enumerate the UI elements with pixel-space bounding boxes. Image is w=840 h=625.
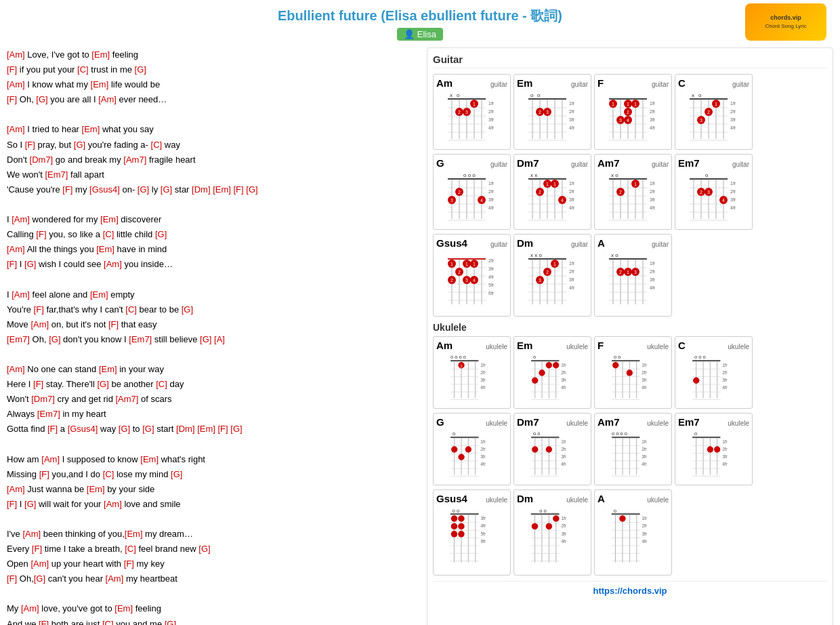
chord-diagram-am-ukulele: o o o o 1fr 2fr 3fr 4fr [436,352,497,403]
svg-text:3fr: 3fr [488,197,495,202]
svg-text:3fr: 3fr [730,117,736,122]
chord-name: Gsus4 [436,493,467,504]
svg-text:3fr: 3fr [561,378,566,382]
svg-text:2fr: 2fr [480,447,486,451]
svg-text:6fr: 6fr [480,539,486,544]
page-header: Ebullient future (Elisa ebullient future… [0,0,840,44]
svg-text:4fr: 4fr [650,285,656,290]
svg-text:4fr: 4fr [488,125,495,130]
lyric-line: Every [F] time I take a breath, [C] feel… [7,542,420,557]
svg-text:3fr: 3fr [642,378,647,382]
svg-text:3: 3 [707,190,710,195]
chord-type: ukulele [486,420,507,427]
lyric-line: [F] Oh,[G] can't you hear [Am] my heartb… [7,571,420,586]
svg-text:2fr: 2fr [488,258,495,263]
chord-card-c-ukulele: C ukulele o o o 1fr 2 [675,336,753,409]
chord-card-c-guitar: C guitar x o [675,74,753,150]
svg-text:2fr: 2fr [650,189,656,194]
svg-text:4fr: 4fr [730,205,736,210]
svg-text:1fr: 1fr [722,439,728,444]
svg-point-321 [612,362,618,368]
svg-text:1fr: 1fr [480,363,486,367]
svg-text:2: 2 [458,270,461,275]
svg-text:3fr: 3fr [650,117,656,122]
lyric-line: Missing [F] you,and I do [C] lose my min… [7,467,420,482]
chord-diagram-em-guitar: o o 1fr 2fr 3fr 4f [517,90,585,144]
chord-diagram-c-ukulele: o o o 1fr 2fr 3fr 4fr [678,352,739,403]
svg-text:2fr: 2fr [730,189,736,194]
svg-text:4fr: 4fr [480,462,486,466]
lyric-line: I [Am] wondered for my [Em] discoverer [7,212,420,227]
svg-rect-46 [609,98,647,100]
svg-text:2fr: 2fr [642,523,648,528]
svg-point-356 [451,446,457,452]
svg-text:2: 2 [546,270,549,275]
svg-text:o: o [457,92,460,98]
chord-name: Em7 [678,416,700,428]
chord-card-am7-ukulele: Am7 ukulele o o o o 1fr [594,413,672,485]
svg-point-429 [458,515,465,522]
chord-name: Am [436,340,453,351]
lyric-line: [Am] Just wanna be [Em] by your side [7,482,420,497]
svg-text:3fr: 3fr [642,454,647,459]
svg-text:2fr: 2fr [569,189,575,194]
svg-text:1: 1 [627,102,629,106]
svg-text:3: 3 [619,118,622,123]
svg-text:2fr: 2fr [730,109,736,114]
svg-text:2: 2 [539,110,541,115]
chord-name: C [678,77,686,89]
svg-text:4fr: 4fr [569,285,575,290]
chord-card-dm7-ukulele: Dm7 ukulele o o 1fr 2 [513,413,591,485]
svg-text:4fr: 4fr [650,125,656,130]
lyric-line: Move [Am] on, but it's not [F] that easy [7,317,420,332]
artist-badge: Elisa [397,28,443,41]
lyric-line: Won't [Dm7] cry and get rid [Am7] of sca… [7,392,420,407]
svg-text:o o o o: o o o o [612,430,627,437]
svg-text:4: 4 [473,278,476,283]
svg-text:o o: o o [614,354,621,360]
svg-text:1fr: 1fr [730,101,736,106]
chord-card-em-guitar: Em guitar o o [513,74,591,150]
lyric-line: Open [Am] up your heart with [F] my key [7,557,420,571]
svg-text:3fr: 3fr [642,531,648,536]
svg-text:3fr: 3fr [480,454,486,459]
svg-point-432 [451,531,458,538]
chord-card-am7-guitar: Am7 guitar x o 1fr [594,154,672,230]
chord-name: F [597,340,604,351]
svg-point-375 [532,446,538,452]
chord-name: G [436,157,444,169]
svg-text:3fr: 3fr [650,277,656,282]
chord-diagram-a-guitar: x o 1fr 2fr 3fr 4fr [597,250,665,311]
svg-text:2: 2 [460,364,462,368]
svg-text:2fr: 2fr [561,370,566,375]
svg-text:o: o [533,354,536,360]
chord-name: Em [517,77,532,89]
chord-type: ukulele [647,420,669,427]
lyric-line: [F] I [G] will wait for your [Am] love a… [7,497,420,512]
svg-text:2fr: 2fr [642,447,647,451]
svg-text:2fr: 2fr [569,269,575,274]
chord-card-gsus4-guitar: Gsus4 guitar 2fr 3fr [433,234,511,317]
lyric-line: Here I [F] stay. There'll [G] be another… [7,377,420,392]
svg-text:6fr: 6fr [488,291,495,296]
svg-text:1fr: 1fr [561,363,566,367]
chord-type: guitar [490,161,507,168]
chord-card-a-ukulele: A ukulele o 1fr [594,489,672,576]
svg-text:x x: x x [530,172,537,178]
chord-diagram-f-ukulele: o o 1fr 2fr 3fr 4fr [597,352,658,403]
svg-point-376 [546,446,552,452]
chord-name: Dm [517,493,533,504]
svg-text:3fr: 3fr [561,531,567,536]
svg-point-471 [619,515,626,522]
svg-text:1fr: 1fr [569,261,575,266]
chord-diagram-gsus4-guitar: 2fr 3fr 4fr 5fr 6fr [436,250,504,311]
svg-text:1: 1 [627,270,629,275]
chord-card-f-guitar: F guitar 1fr 2fr [594,74,672,150]
ukulele-label: Ukulele [433,322,827,333]
svg-text:o: o [530,92,534,98]
svg-text:5fr: 5fr [480,531,486,536]
svg-text:3fr: 3fr [480,378,486,382]
svg-text:2fr: 2fr [480,370,486,375]
chord-name: Em7 [678,157,700,169]
svg-text:4: 4 [561,198,564,203]
